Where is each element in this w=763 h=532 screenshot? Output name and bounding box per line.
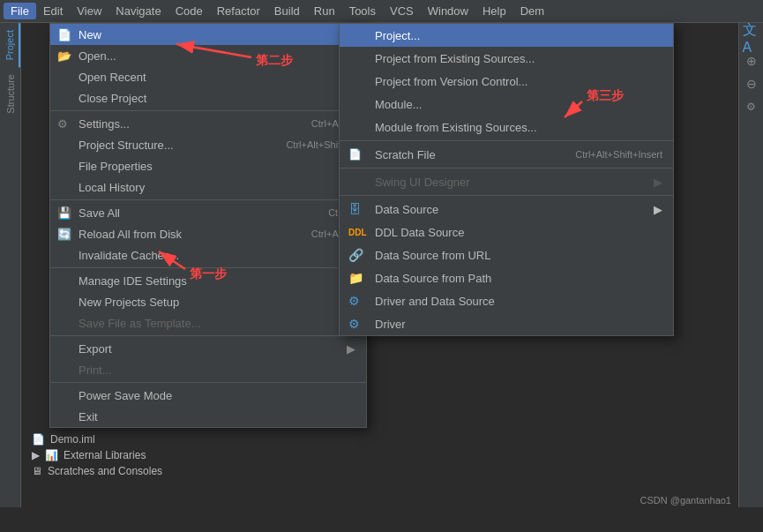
menu-item-file-properties[interactable]: File Properties ▶	[50, 155, 366, 176]
swing-arrow: ▶	[654, 176, 662, 189]
status-bar: CSDN @gantanhao1	[632, 493, 738, 507]
iml-icon: 📄	[32, 433, 45, 446]
submenu-divider-3	[340, 195, 673, 196]
main-area: Project Structure 📄 New ▶ 📂 Open... Open…	[0, 23, 763, 507]
menu-item-new[interactable]: 📄 New ▶	[50, 24, 366, 45]
data-source-arrow: ▶	[654, 203, 662, 216]
new-icon: 📄	[57, 28, 71, 41]
libs-icon: 📊	[45, 449, 58, 461]
menu-dem[interactable]: Dem	[513, 3, 551, 19]
divider-4	[50, 335, 366, 336]
submenu-item-project[interactable]: Project...	[340, 24, 673, 47]
submenu-item-project-vcs[interactable]: Project from Version Control...	[340, 70, 673, 93]
submenu-item-module[interactable]: Module...	[340, 93, 673, 116]
menu-item-close-project[interactable]: Close Project	[50, 87, 366, 109]
menu-code[interactable]: Code	[168, 3, 210, 19]
data-source-icon: 🗄	[348, 202, 361, 216]
sidebar-right: 文A ⊕ ⊖ ⚙	[738, 23, 763, 507]
submenu-item-ddl-source[interactable]: DDL DDL Data Source	[340, 221, 673, 244]
translate-icon[interactable]: 文A	[743, 29, 760, 47]
sidebar-tab-structure[interactable]: Structure	[2, 67, 19, 121]
save-icon: 💾	[57, 206, 71, 220]
menu-run[interactable]: Run	[307, 3, 342, 19]
menu-item-open-recent[interactable]: Open Recent ▶	[50, 66, 366, 87]
menu-item-manage-ide[interactable]: Manage IDE Settings ▶	[50, 270, 366, 291]
bottom-external-libs[interactable]: ▶ 📊 External Libraries	[28, 447, 731, 463]
menu-item-power-save[interactable]: Power Save Mode	[50, 385, 366, 406]
plus-icon[interactable]: ⊕	[743, 52, 760, 70]
bottom-scratches[interactable]: 🖥 Scratches and Consoles	[28, 463, 731, 479]
submenu-item-module-existing[interactable]: Module from Existing Sources...	[340, 116, 673, 139]
path-icon: 📁	[348, 271, 363, 285]
driver-icon: ⚙	[348, 317, 360, 331]
expand-icon: ▶	[32, 449, 40, 461]
divider-5	[50, 382, 366, 383]
menu-item-open[interactable]: 📂 Open...	[50, 45, 366, 66]
menu-item-invalidate[interactable]: Invalidate Caches...	[50, 244, 366, 266]
submenu-item-data-source-path[interactable]: 📁 Data Source from Path	[340, 266, 673, 289]
submenu-item-project-existing[interactable]: Project from Existing Sources...	[340, 47, 673, 70]
menu-window[interactable]: Window	[421, 3, 475, 19]
reload-icon: 🔄	[57, 228, 71, 241]
menu-item-project-structure[interactable]: Project Structure... Ctrl+Alt+Shift+S	[50, 134, 366, 155]
menu-vcs[interactable]: VCS	[383, 3, 421, 19]
minus-icon[interactable]: ⊖	[743, 75, 760, 93]
ddl-icon: DDL	[348, 228, 367, 237]
scratches-icon: 🖥	[32, 465, 42, 477]
menu-item-save-template: Save File as Template...	[50, 312, 366, 333]
submenu-item-driver-data-source[interactable]: ⚙ Driver and Data Source	[340, 289, 673, 312]
submenu-item-driver[interactable]: ⚙ Driver	[340, 312, 673, 335]
submenu-divider-2	[340, 168, 673, 169]
menu-view[interactable]: View	[70, 3, 108, 19]
submenu-item-data-source-url[interactable]: 🔗 Data Source from URL	[340, 244, 673, 266]
menu-item-exit[interactable]: Exit	[50, 406, 366, 427]
submenu-item-swing-designer: Swing UI Designer ▶	[340, 170, 673, 193]
menu-refactor[interactable]: Refactor	[210, 3, 267, 19]
driver-ds-icon: ⚙	[348, 294, 360, 308]
sidebar-tab-project[interactable]: Project	[1, 23, 20, 67]
menu-item-save-all[interactable]: 💾 Save All Ctrl+S	[50, 202, 366, 223]
menu-item-new-projects[interactable]: New Projects Setup ▶	[50, 291, 366, 312]
menu-tools[interactable]: Tools	[342, 3, 383, 19]
submenu-divider-1	[340, 140, 673, 141]
submenu-item-scratch[interactable]: 📄 Scratch File Ctrl+Alt+Shift+Insert	[340, 143, 673, 166]
divider-3	[50, 267, 366, 268]
menu-edit[interactable]: Edit	[36, 3, 70, 19]
settings-icon: ⚙	[57, 117, 68, 131]
menu-navigate[interactable]: Navigate	[108, 3, 168, 19]
submenu-item-data-source[interactable]: 🗄 Data Source ▶	[340, 198, 673, 221]
url-icon: 🔗	[348, 248, 363, 262]
content-area: 📄 New ▶ 📂 Open... Open Recent ▶ Close Pr…	[21, 23, 738, 507]
menu-help[interactable]: Help	[475, 3, 513, 19]
menu-bar: File Edit View Navigate Code Refactor Bu…	[0, 0, 763, 23]
menu-item-reload[interactable]: 🔄 Reload All from Disk Ctrl+Alt+Y	[50, 223, 366, 244]
menu-item-print: Print...	[50, 359, 366, 380]
settings-right-icon[interactable]: ⚙	[743, 98, 760, 116]
divider-2	[50, 199, 366, 200]
scratch-icon: 📄	[348, 148, 362, 161]
menu-item-local-history[interactable]: Local History ▶	[50, 176, 366, 198]
menu-item-settings[interactable]: ⚙ Settings... Ctrl+Alt+S	[50, 113, 366, 134]
bottom-demo-iml[interactable]: 📄 Demo.iml	[28, 431, 731, 447]
file-dropdown: 📄 New ▶ 📂 Open... Open Recent ▶ Close Pr…	[49, 23, 367, 428]
menu-file[interactable]: File	[4, 3, 36, 19]
open-icon: 📂	[57, 49, 71, 63]
submenu-new: Project... Project from Existing Sources…	[339, 23, 674, 336]
export-arrow: ▶	[347, 342, 355, 356]
sidebar-left: Project Structure	[0, 23, 21, 507]
menu-item-export[interactable]: Export ▶	[50, 338, 366, 359]
menu-build[interactable]: Build	[267, 3, 307, 19]
divider-1	[50, 110, 366, 111]
